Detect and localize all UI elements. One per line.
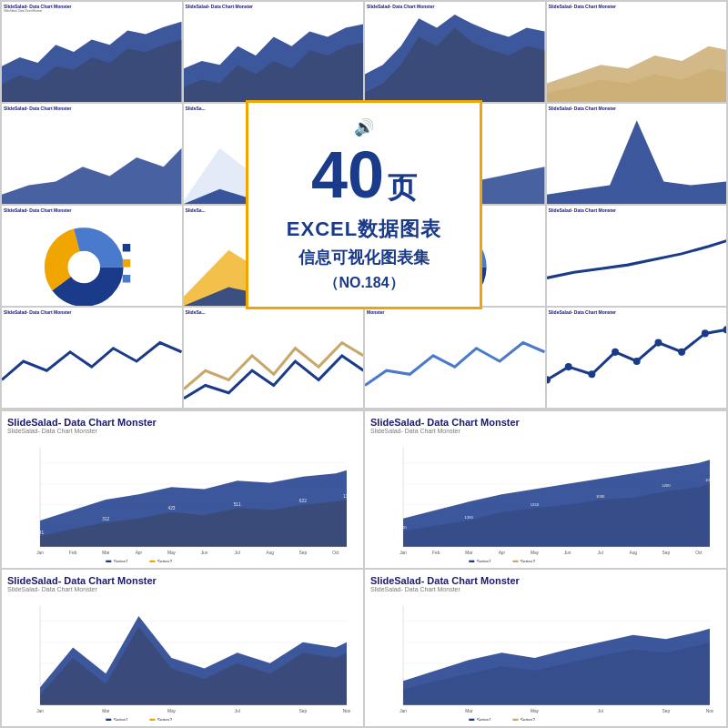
- svg-rect-108: [149, 719, 155, 721]
- large-chart-1-subtitle: SlideSalad- Data Chart Monster: [7, 428, 358, 434]
- svg-text:1200: 1200: [662, 483, 671, 488]
- thumb-9-chart: [2, 213, 182, 306]
- thumb-12-title: SlideSalad- Data Chart Monster: [547, 206, 727, 213]
- svg-text:Series1: Series1: [477, 718, 492, 721]
- svg-rect-90: [512, 561, 518, 562]
- svg-text:Series2: Series2: [521, 718, 536, 721]
- svg-text:622: 622: [299, 500, 307, 504]
- svg-text:131: 131: [343, 494, 350, 499]
- svg-text:Jan: Jan: [36, 709, 44, 713]
- large-chart-4: SlideSalad- Data Chart Monster SlideSala…: [365, 570, 726, 726]
- thumb-14-chart: [184, 315, 364, 408]
- svg-point-30: [612, 349, 619, 356]
- svg-marker-117: [403, 629, 710, 705]
- svg-rect-60: [106, 561, 111, 562]
- svg-text:May: May: [167, 709, 177, 713]
- svg-text:Apr: Apr: [499, 551, 506, 555]
- thumb-8-title: SlideSalad- Data Chart Monster: [547, 104, 727, 111]
- svg-text:Series1: Series1: [114, 718, 129, 721]
- svg-text:511: 511: [234, 502, 241, 507]
- excel-text: EXCEL数据图表: [287, 216, 441, 243]
- svg-text:Sep: Sep: [662, 709, 671, 713]
- thumb-13: SlideSalad- Data Chart Monster: [2, 308, 182, 408]
- svg-text:Jan: Jan: [36, 551, 44, 555]
- thumb-15-chart: [365, 315, 545, 408]
- thumb-4: SlideSalad- Data Chart Monster: [547, 2, 727, 102]
- speaker-icon: 🔊: [354, 117, 374, 137]
- thumb-16: SlideSalad- Data Chart Monster: [547, 308, 727, 408]
- thumb-16-title: SlideSalad- Data Chart Monster: [547, 308, 727, 315]
- thumb-2: SlideSalad- Data Chart Monster: [184, 2, 364, 102]
- svg-point-35: [723, 326, 726, 333]
- svg-text:Jul: Jul: [235, 709, 240, 713]
- svg-text:Jul: Jul: [598, 551, 603, 555]
- svg-text:Series1: Series1: [477, 560, 492, 562]
- thumb-1-chart: [2, 13, 182, 102]
- svg-text:May: May: [531, 551, 540, 555]
- svg-rect-124: [469, 719, 474, 721]
- desc-text: 信息可视化图表集: [298, 247, 430, 268]
- svg-text:Series2: Series2: [521, 560, 536, 562]
- thumb-12: SlideSalad- Data Chart Monster: [547, 206, 727, 306]
- thumb-12-chart: [547, 213, 727, 306]
- svg-text:Aug: Aug: [266, 551, 274, 555]
- svg-text:Jan: Jan: [399, 551, 407, 555]
- svg-text:1350: 1350: [531, 502, 540, 507]
- page-number: 40: [311, 142, 384, 207]
- svg-rect-106: [106, 719, 111, 721]
- svg-text:Oct: Oct: [332, 551, 339, 555]
- svg-text:Mar: Mar: [465, 551, 473, 555]
- no-text: （NO.184）: [324, 274, 403, 293]
- thumb-3: SlideSalad- Data Chart Monster: [365, 2, 545, 102]
- svg-marker-8: [2, 148, 182, 204]
- thumb-3-title: SlideSalad- Data Chart Monster: [365, 2, 545, 9]
- svg-text:Nov: Nov: [343, 709, 351, 713]
- svg-rect-19: [123, 259, 131, 268]
- thumb-5-title: SlideSalad- Data Chart Monster: [2, 104, 182, 111]
- thumb-3-chart: [365, 9, 545, 102]
- svg-point-34: [701, 329, 708, 337]
- svg-rect-20: [123, 275, 131, 283]
- thumb-16-chart: [547, 315, 727, 408]
- thumb-8-chart: [547, 111, 727, 204]
- thumb-13-title: SlideSalad- Data Chart Monster: [2, 308, 182, 315]
- svg-text:Mar: Mar: [102, 709, 110, 713]
- thumb-8: SlideSalad- Data Chart Monster: [547, 104, 727, 204]
- large-chart-3: SlideSalad- Data Chart Monster SlideSala…: [2, 570, 363, 726]
- svg-marker-43: [40, 470, 347, 547]
- large-chart-3-subtitle: SlideSalad- Data Chart Monster: [7, 586, 358, 592]
- bottom-section: SlideSalad- Data Chart Monster SlideSala…: [0, 410, 728, 728]
- page-label: 页: [388, 168, 417, 208]
- svg-text:Nov: Nov: [706, 709, 714, 713]
- svg-rect-18: [123, 244, 131, 252]
- large-chart-4-subtitle: SlideSalad- Data Chart Monster: [370, 586, 721, 592]
- thumb-2-chart: [184, 9, 364, 102]
- large-chart-2-title: SlideSalad- Data Chart Monster: [370, 417, 721, 428]
- large-chart-2-subtitle: SlideSalad- Data Chart Monster: [370, 428, 721, 434]
- thumb-2-title: SlideSalad- Data Chart Monster: [184, 2, 364, 9]
- svg-rect-126: [512, 719, 518, 721]
- svg-point-31: [632, 358, 640, 365]
- svg-text:Series1: Series1: [114, 560, 129, 562]
- svg-marker-3: [184, 24, 364, 102]
- thumb-9: SlideSalad- Data Chart Monster: [2, 206, 182, 306]
- large-chart-1: SlideSalad- Data Chart Monster SlideSala…: [2, 411, 363, 568]
- svg-rect-88: [469, 561, 474, 562]
- svg-text:241: 241: [36, 531, 44, 535]
- main-container: SlideSalad- Data Chart Monster SlideSala…: [0, 0, 728, 728]
- thumb-5-chart: [2, 111, 182, 204]
- svg-marker-1: [2, 22, 182, 102]
- svg-text:Sep: Sep: [299, 551, 308, 555]
- svg-text:Oct: Oct: [695, 551, 703, 555]
- svg-text:Feb: Feb: [432, 551, 440, 555]
- svg-text:1000: 1000: [596, 494, 605, 499]
- large-chart-3-title: SlideSalad- Data Chart Monster: [7, 575, 358, 586]
- large-chart-4-title: SlideSalad- Data Chart Monster: [370, 575, 721, 586]
- svg-text:500: 500: [400, 525, 408, 530]
- svg-text:May: May: [167, 551, 177, 555]
- svg-text:Feb: Feb: [69, 551, 77, 555]
- svg-text:Jan: Jan: [399, 709, 407, 713]
- svg-marker-99: [40, 616, 347, 705]
- svg-marker-71: [403, 460, 710, 546]
- svg-text:Aug: Aug: [629, 551, 637, 555]
